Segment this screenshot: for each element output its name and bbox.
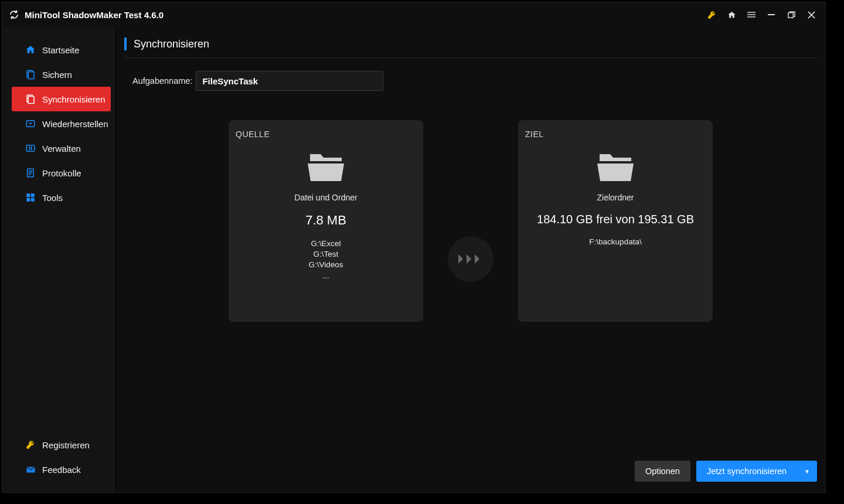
titlebar-menu-icon[interactable] xyxy=(743,6,760,23)
logs-icon xyxy=(25,167,36,179)
svg-rect-21 xyxy=(31,198,35,202)
app-window: MiniTool ShadowMaker Test 4.6.0 xyxy=(2,2,826,493)
home-icon xyxy=(25,44,36,56)
sidebar-item-restore[interactable]: Wiederherstellen xyxy=(2,111,115,136)
app-title: MiniTool ShadowMaker Test 4.6.0 xyxy=(25,10,164,20)
window-minimize-button[interactable] xyxy=(763,6,780,23)
svg-rect-10 xyxy=(28,97,34,104)
svg-rect-4 xyxy=(788,12,792,17)
open-folder-icon xyxy=(595,149,636,185)
sidebar: Startseite Sichern Synchronisieren Wiede… xyxy=(2,27,116,492)
source-paths: G:\Excel G:\Test G:\Videos ... xyxy=(308,239,343,281)
sidebar-item-backup[interactable]: Sichern xyxy=(2,62,115,87)
sidebar-item-label: Tools xyxy=(42,193,63,203)
svg-rect-2 xyxy=(747,16,755,17)
source-card[interactable]: QUELLE Datei und Ordner 7.8 MB G:\Excel … xyxy=(229,120,423,322)
open-folder-icon xyxy=(305,149,346,185)
sidebar-feedback-label: Feedback xyxy=(42,465,81,475)
titlebar-home-icon[interactable] xyxy=(723,6,740,23)
sidebar-item-tools[interactable]: Tools xyxy=(2,185,115,210)
target-card[interactable]: ZIEL Zielordner 184.10 GB frei von 195.3… xyxy=(518,120,713,322)
task-name-row: Aufgabenname: xyxy=(124,71,817,91)
svg-rect-1 xyxy=(747,14,755,15)
svg-rect-18 xyxy=(26,193,30,197)
target-subtitle: Zielordner xyxy=(597,193,634,202)
source-path: G:\Test xyxy=(308,249,343,260)
source-path-more: ... xyxy=(308,271,343,281)
restore-icon xyxy=(25,118,36,130)
sidebar-feedback[interactable]: Feedback xyxy=(2,457,115,482)
sidebar-item-label: Verwalten xyxy=(42,144,81,154)
svg-rect-20 xyxy=(26,198,30,202)
sync-now-button-label: Jetzt synchronisieren xyxy=(707,466,787,476)
key-icon xyxy=(25,439,36,451)
sidebar-item-label: Protokolle xyxy=(42,168,81,178)
page-header-accent xyxy=(124,38,127,50)
sidebar-item-logs[interactable]: Protokolle xyxy=(2,161,115,185)
sync-icon xyxy=(25,93,36,105)
titlebar-key-icon[interactable] xyxy=(703,6,720,23)
source-path: G:\Excel xyxy=(308,239,343,249)
main-panel: Synchronisieren Aufgabenname: QUELLE xyxy=(116,27,825,492)
target-path: F:\backupdata\ xyxy=(589,237,641,247)
body: Startseite Sichern Synchronisieren Wiede… xyxy=(2,27,825,492)
svg-rect-8 xyxy=(28,72,34,79)
sidebar-item-label: Startseite xyxy=(42,45,79,55)
manage-icon xyxy=(25,142,36,154)
window-maximize-button[interactable] xyxy=(783,6,799,23)
sidebar-item-label: Wiederherstellen xyxy=(42,119,108,129)
title-bar: MiniTool ShadowMaker Test 4.6.0 xyxy=(2,2,825,27)
svg-rect-12 xyxy=(26,145,35,152)
backup-icon xyxy=(25,69,36,80)
sidebar-register[interactable]: Registrieren xyxy=(2,433,115,457)
sidebar-item-label: Synchronisieren xyxy=(42,94,106,104)
mail-icon xyxy=(25,464,36,475)
arrows-right-icon xyxy=(448,236,494,282)
task-name-input[interactable] xyxy=(196,71,383,91)
source-size: 7.8 MB xyxy=(305,213,346,228)
options-button-label: Optionen xyxy=(645,466,680,476)
sync-now-button[interactable]: Jetzt synchronisieren ▼ xyxy=(696,461,817,482)
task-name-label: Aufgabenname: xyxy=(132,76,192,86)
window-close-button[interactable] xyxy=(803,6,819,23)
sidebar-item-sync[interactable]: Synchronisieren xyxy=(12,87,111,111)
sidebar-register-label: Registrieren xyxy=(42,440,90,450)
svg-rect-19 xyxy=(31,193,35,197)
footer-actions: Optionen Jetzt synchronisieren ▼ xyxy=(124,458,817,484)
sidebar-item-label: Sichern xyxy=(42,70,72,80)
svg-point-13 xyxy=(29,147,32,150)
svg-rect-3 xyxy=(768,14,775,15)
sidebar-item-home[interactable]: Startseite xyxy=(2,38,115,62)
source-path: G:\Videos xyxy=(308,260,343,270)
page-header: Synchronisieren xyxy=(124,38,817,58)
options-button[interactable]: Optionen xyxy=(635,461,690,482)
caret-down-icon: ▼ xyxy=(804,468,810,475)
source-heading: QUELLE xyxy=(236,130,270,139)
page-title: Synchronisieren xyxy=(134,38,209,50)
tools-icon xyxy=(25,192,36,203)
target-heading: ZIEL xyxy=(525,130,544,139)
source-subtitle: Datei und Ordner xyxy=(294,193,357,202)
svg-rect-0 xyxy=(747,12,755,12)
sidebar-bottom: Registrieren Feedback xyxy=(2,433,115,492)
cards-row: QUELLE Datei und Ordner 7.8 MB G:\Excel … xyxy=(124,120,817,322)
sidebar-item-manage[interactable]: Verwalten xyxy=(2,136,115,161)
target-free-space: 184.10 GB frei von 195.31 GB xyxy=(537,213,694,226)
app-logo-icon xyxy=(8,9,20,21)
